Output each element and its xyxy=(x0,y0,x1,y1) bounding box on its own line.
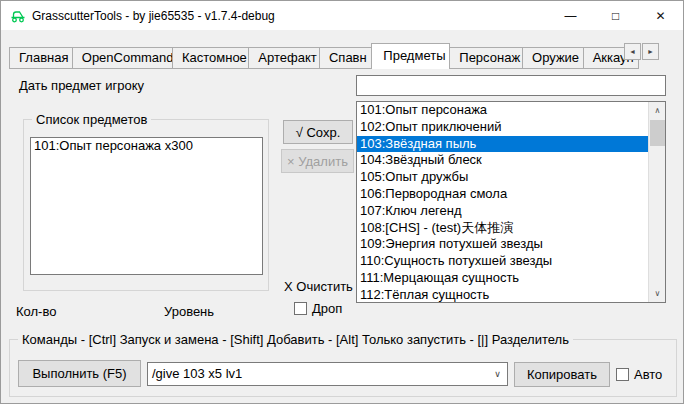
tab-scroll-left-button[interactable]: ◄ xyxy=(624,43,641,60)
drop-checkbox[interactable]: Дроп xyxy=(294,301,342,316)
item-list-row[interactable]: 105:Опыт дружбы xyxy=(357,169,648,186)
window-title: GrasscutterTools - by jie65535 - v1.7.4-… xyxy=(32,9,275,23)
item-list-row[interactable]: 106:Первородная смола xyxy=(357,186,648,203)
scroll-down-icon[interactable]: ∨ xyxy=(649,285,666,302)
window-controls: — □ ✕ xyxy=(548,1,683,30)
item-list-row[interactable]: 104:Звёздный блеск xyxy=(357,152,648,169)
saved-items-listbox[interactable]: 101:Опыт персонажа x300 xyxy=(30,137,263,275)
maximize-icon: □ xyxy=(612,9,619,23)
commands-group-title: Команды - [Ctrl] Запуск и замена - [Shif… xyxy=(18,332,573,347)
tab-scroll-buttons: ◄ ► xyxy=(623,43,659,60)
item-list-row[interactable]: 108:[CHS] - (test)天体推演 xyxy=(357,220,648,237)
item-search-input[interactable] xyxy=(356,75,666,96)
delete-button[interactable]: × Удалить xyxy=(281,149,354,173)
saved-item-row[interactable]: 101:Опыт персонажа x300 xyxy=(31,138,262,155)
command-text: /give 103 x5 lv1 xyxy=(152,366,242,381)
count-label: Кол-во xyxy=(16,304,56,319)
tab-item[interactable]: OpenCommand xyxy=(72,47,173,69)
tab-strip: ГлавнаяOpenCommandКастомноеАртефактСпавн… xyxy=(10,43,639,69)
item-list-row[interactable]: 101:Опыт персонажа xyxy=(357,102,648,119)
tab-item[interactable]: Спавн xyxy=(319,47,372,69)
minimize-icon: — xyxy=(565,9,577,23)
auto-checkbox-label: Авто xyxy=(634,367,662,382)
checkbox-box-icon xyxy=(616,368,629,381)
saved-items-rows: 101:Опыт персонажа x300 xyxy=(31,138,262,155)
scrollbar-thumb[interactable] xyxy=(650,120,665,146)
item-listbox[interactable]: 101:Опыт персонажа102:Опыт приключений10… xyxy=(356,101,666,303)
command-combobox[interactable]: /give 103 x5 lv1 ∨ xyxy=(147,362,508,386)
item-list-rows: 101:Опыт персонажа102:Опыт приключений10… xyxy=(357,102,665,303)
close-button[interactable]: ✕ xyxy=(638,1,683,30)
scroll-up-icon[interactable]: ∧ xyxy=(649,102,666,119)
copy-button[interactable]: Копировать xyxy=(514,362,610,387)
checkbox-box-icon xyxy=(294,302,307,315)
maximize-button[interactable]: □ xyxy=(593,1,638,30)
item-list-row[interactable]: 109:Энергия потухшей звезды xyxy=(357,236,648,253)
item-list-row[interactable]: 112:Тёплая сущность xyxy=(357,287,648,303)
tab-item[interactable]: Оружие xyxy=(522,47,584,69)
minimize-button[interactable]: — xyxy=(548,1,593,30)
app-logo-icon xyxy=(10,8,26,24)
tab-item[interactable]: Персонаж xyxy=(449,47,523,69)
drop-checkbox-label: Дроп xyxy=(312,301,342,316)
item-list-row[interactable]: 111:Мерцающая сущность xyxy=(357,270,648,287)
item-list-scrollbar[interactable]: ∧ ∨ xyxy=(648,102,665,302)
tab-item[interactable]: Артефакт xyxy=(248,47,320,69)
item-list-row[interactable]: 103:Звёздная пыль xyxy=(357,136,665,153)
item-list-row[interactable]: 102:Опыт приключений xyxy=(357,119,648,136)
tab-item[interactable]: Предметы xyxy=(371,43,450,69)
tab-item[interactable]: Главная xyxy=(9,47,73,69)
level-label: Уровень xyxy=(164,304,214,319)
tab-scroll-right-button[interactable]: ► xyxy=(642,43,659,60)
item-list-row[interactable]: 110:Сущность потухшей звезды xyxy=(357,253,648,270)
tab-item[interactable]: Кастомное xyxy=(172,47,249,69)
commands-group: Команды - [Ctrl] Запуск и замена - [Shif… xyxy=(9,339,677,397)
app-window: GrasscutterTools - by jie65535 - v1.7.4-… xyxy=(0,0,684,404)
chevron-down-icon[interactable]: ∨ xyxy=(488,363,507,385)
title-bar: GrasscutterTools - by jie65535 - v1.7.4-… xyxy=(1,1,683,31)
arrow-right-icon: ► xyxy=(647,48,654,55)
clear-button[interactable]: X Очистить xyxy=(284,279,353,294)
give-item-header-label: Дать предмет игроку xyxy=(19,78,144,93)
save-button[interactable]: √ Сохр. xyxy=(283,120,353,144)
close-icon: ✕ xyxy=(655,9,665,23)
auto-checkbox[interactable]: Авто xyxy=(616,367,662,382)
saved-items-group: Список предметов 101:Опыт персонажа x300 xyxy=(23,119,269,291)
item-list-row[interactable]: 107:Ключ легенд xyxy=(357,203,648,220)
run-button[interactable]: Выполнить (F5) xyxy=(18,360,141,387)
saved-items-group-title: Список предметов xyxy=(32,112,151,127)
arrow-left-icon: ◄ xyxy=(629,48,636,55)
